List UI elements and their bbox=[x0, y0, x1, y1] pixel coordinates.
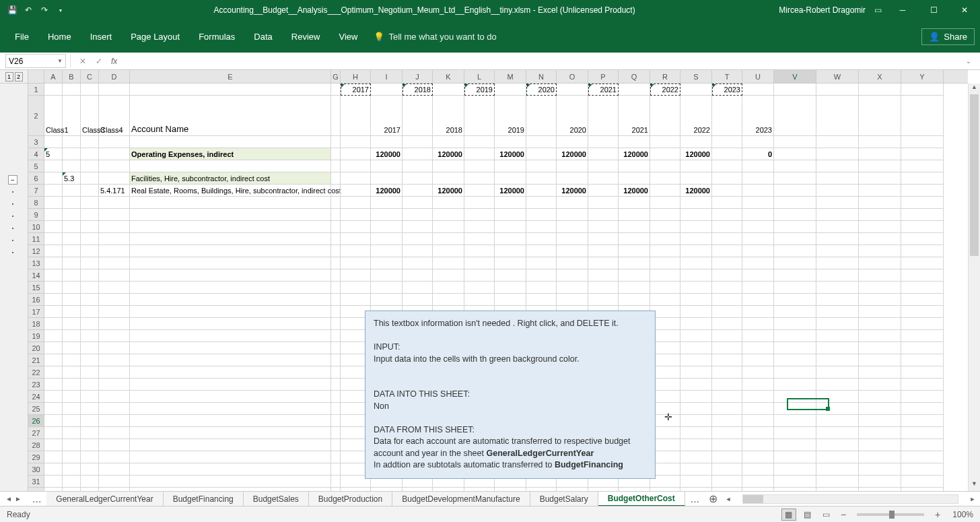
cell[interactable] bbox=[712, 330, 742, 342]
cell[interactable] bbox=[44, 476, 63, 488]
cell[interactable] bbox=[99, 245, 130, 257]
tab-insert[interactable]: Insert bbox=[81, 20, 122, 53]
cell[interactable] bbox=[81, 415, 99, 427]
cell[interactable] bbox=[63, 245, 81, 257]
sheet-more-right[interactable]: ... bbox=[685, 493, 705, 505]
cell[interactable] bbox=[81, 197, 99, 209]
cell[interactable] bbox=[859, 257, 901, 269]
cell[interactable] bbox=[44, 209, 63, 221]
cell[interactable] bbox=[588, 96, 619, 136]
cell[interactable] bbox=[331, 306, 341, 318]
cell[interactable] bbox=[742, 84, 774, 96]
expand-formula-bar-icon[interactable]: ⌄ bbox=[963, 58, 975, 65]
cell[interactable] bbox=[526, 172, 557, 185]
cell[interactable] bbox=[901, 427, 944, 439]
cell[interactable] bbox=[680, 330, 712, 342]
cell[interactable] bbox=[712, 439, 742, 451]
cell[interactable] bbox=[650, 160, 680, 172]
cell[interactable] bbox=[774, 282, 816, 294]
cell[interactable] bbox=[526, 96, 557, 136]
cell[interactable] bbox=[433, 257, 464, 269]
sheet-tab[interactable]: BudgetSales bbox=[244, 492, 309, 507]
cell[interactable] bbox=[680, 342, 712, 354]
row-header[interactable]: 14 bbox=[28, 269, 44, 282]
cell[interactable] bbox=[44, 318, 63, 330]
cell[interactable] bbox=[650, 148, 680, 160]
cell[interactable] bbox=[650, 269, 680, 282]
cell[interactable] bbox=[99, 233, 130, 245]
cell[interactable] bbox=[526, 257, 557, 269]
cell[interactable] bbox=[712, 306, 742, 318]
cell[interactable] bbox=[44, 306, 63, 318]
cell[interactable] bbox=[774, 160, 816, 172]
cell[interactable] bbox=[63, 463, 81, 476]
cell[interactable] bbox=[619, 172, 650, 185]
cell[interactable] bbox=[63, 366, 81, 379]
cell[interactable] bbox=[81, 160, 99, 172]
cell[interactable] bbox=[816, 354, 859, 366]
cell[interactable] bbox=[774, 318, 816, 330]
cell[interactable] bbox=[774, 391, 816, 403]
cell[interactable] bbox=[130, 221, 331, 233]
cell[interactable]: 120000 bbox=[433, 185, 464, 197]
col-header-V[interactable]: V bbox=[774, 70, 816, 83]
row-header[interactable]: 21 bbox=[28, 354, 44, 366]
cell[interactable] bbox=[712, 209, 742, 221]
cell[interactable] bbox=[680, 221, 712, 233]
cell[interactable] bbox=[99, 221, 130, 233]
cell[interactable] bbox=[816, 221, 859, 233]
cell[interactable] bbox=[816, 391, 859, 403]
cell[interactable] bbox=[464, 209, 495, 221]
sheet-tab[interactable]: BudgetSalary bbox=[530, 492, 598, 507]
cell[interactable] bbox=[901, 330, 944, 342]
name-box[interactable]: V26 ▼ bbox=[5, 54, 66, 68]
cell[interactable] bbox=[99, 269, 130, 282]
col-header-M[interactable]: M bbox=[495, 70, 526, 83]
cell[interactable] bbox=[433, 294, 464, 306]
cell[interactable] bbox=[371, 245, 403, 257]
cell[interactable] bbox=[63, 403, 81, 415]
cell[interactable] bbox=[901, 172, 944, 185]
cell[interactable] bbox=[901, 282, 944, 294]
cell[interactable] bbox=[859, 330, 901, 342]
cell[interactable] bbox=[63, 330, 81, 342]
col-header-G[interactable]: G bbox=[331, 70, 341, 83]
cell[interactable] bbox=[557, 172, 588, 185]
cell[interactable] bbox=[680, 209, 712, 221]
cell[interactable] bbox=[742, 306, 774, 318]
cell[interactable] bbox=[712, 391, 742, 403]
cell[interactable] bbox=[774, 269, 816, 282]
cell[interactable] bbox=[859, 403, 901, 415]
cell[interactable] bbox=[816, 366, 859, 379]
cell[interactable] bbox=[588, 269, 619, 282]
cell[interactable] bbox=[742, 282, 774, 294]
cell[interactable] bbox=[816, 342, 859, 354]
cell[interactable] bbox=[44, 233, 63, 245]
cell[interactable] bbox=[403, 294, 433, 306]
cell[interactable] bbox=[816, 294, 859, 306]
cell[interactable] bbox=[650, 282, 680, 294]
cell[interactable] bbox=[44, 245, 63, 257]
cell[interactable] bbox=[81, 439, 99, 451]
cell[interactable] bbox=[495, 294, 526, 306]
cell[interactable] bbox=[742, 294, 774, 306]
cell[interactable] bbox=[495, 172, 526, 185]
cell[interactable] bbox=[712, 318, 742, 330]
cell[interactable] bbox=[901, 233, 944, 245]
cell[interactable] bbox=[99, 136, 130, 148]
cell[interactable] bbox=[99, 403, 130, 415]
cell[interactable] bbox=[44, 451, 63, 463]
hscroll-thumb[interactable] bbox=[743, 495, 763, 503]
cell[interactable] bbox=[816, 379, 859, 391]
cell[interactable] bbox=[557, 84, 588, 96]
zoom-slider[interactable] bbox=[857, 513, 924, 516]
cell[interactable] bbox=[44, 185, 63, 197]
col-header-B[interactable]: B bbox=[63, 70, 81, 83]
cell[interactable] bbox=[816, 257, 859, 269]
cell[interactable] bbox=[859, 451, 901, 463]
row-header[interactable]: 4 bbox=[28, 148, 44, 160]
cell[interactable] bbox=[81, 282, 99, 294]
cell[interactable] bbox=[81, 427, 99, 439]
cell[interactable] bbox=[130, 342, 331, 354]
cell[interactable] bbox=[99, 439, 130, 451]
